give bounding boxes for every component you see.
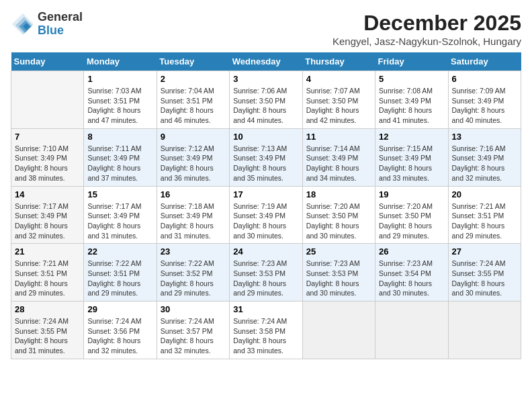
day-info: Sunrise: 7:23 AMSunset: 3:53 PMDaylight:… <box>306 259 371 298</box>
day-number: 8 <box>87 132 152 142</box>
day-number: 28 <box>15 304 80 314</box>
day-info: Sunrise: 7:17 AMSunset: 3:49 PMDaylight:… <box>87 201 152 241</box>
calendar-cell: 8Sunrise: 7:11 AMSunset: 3:49 PMDaylight… <box>84 128 157 186</box>
day-info: Sunrise: 7:17 AMSunset: 3:49 PMDaylight:… <box>15 201 80 241</box>
calendar-cell: 23Sunrise: 7:22 AMSunset: 3:52 PMDayligh… <box>157 244 229 302</box>
calendar-cell: 31Sunrise: 7:24 AMSunset: 3:58 PMDayligh… <box>230 302 302 359</box>
day-number: 29 <box>87 304 152 314</box>
day-number: 20 <box>452 189 517 199</box>
day-number: 13 <box>452 132 517 142</box>
day-number: 17 <box>233 189 298 199</box>
logo-general-text: General <box>38 11 83 24</box>
day-info: Sunrise: 7:11 AMSunset: 3:49 PMDaylight:… <box>87 144 152 183</box>
calendar-cell: 2Sunrise: 7:04 AMSunset: 3:51 PMDaylight… <box>157 71 229 129</box>
header-day-monday: Monday <box>84 52 157 71</box>
day-info: Sunrise: 7:07 AMSunset: 3:50 PMDaylight:… <box>306 86 371 126</box>
calendar-table: SundayMondayTuesdayWednesdayThursdayFrid… <box>11 52 521 359</box>
header-day-tuesday: Tuesday <box>157 52 229 71</box>
day-number: 27 <box>452 246 517 257</box>
day-number: 1 <box>87 74 152 84</box>
calendar-cell: 14Sunrise: 7:17 AMSunset: 3:49 PMDayligh… <box>11 186 84 244</box>
calendar-cell: 19Sunrise: 7:20 AMSunset: 3:50 PMDayligh… <box>375 186 448 244</box>
day-number: 5 <box>379 74 444 84</box>
day-info: Sunrise: 7:12 AMSunset: 3:49 PMDaylight:… <box>161 144 226 183</box>
calendar-cell: 3Sunrise: 7:06 AMSunset: 3:50 PMDaylight… <box>230 71 302 129</box>
calendar-week-4: 21Sunrise: 7:21 AMSunset: 3:51 PMDayligh… <box>11 244 521 302</box>
calendar-cell: 6Sunrise: 7:09 AMSunset: 3:49 PMDaylight… <box>448 71 521 129</box>
header-day-thursday: Thursday <box>302 52 375 71</box>
calendar-cell: 28Sunrise: 7:24 AMSunset: 3:55 PMDayligh… <box>11 302 84 359</box>
calendar-week-5: 28Sunrise: 7:24 AMSunset: 3:55 PMDayligh… <box>11 302 521 359</box>
day-info: Sunrise: 7:22 AMSunset: 3:51 PMDaylight:… <box>87 259 152 298</box>
title-area: December 2025 Kengyel, Jasz-Nagykun-Szol… <box>332 11 521 47</box>
day-number: 4 <box>306 74 371 84</box>
day-number: 24 <box>233 246 298 257</box>
calendar-cell: 13Sunrise: 7:16 AMSunset: 3:49 PMDayligh… <box>448 128 521 186</box>
day-info: Sunrise: 7:20 AMSunset: 3:50 PMDaylight:… <box>306 201 371 241</box>
header-day-wednesday: Wednesday <box>230 52 302 71</box>
calendar-cell: 11Sunrise: 7:14 AMSunset: 3:49 PMDayligh… <box>302 128 375 186</box>
calendar-cell <box>375 302 448 359</box>
day-info: Sunrise: 7:14 AMSunset: 3:49 PMDaylight:… <box>306 144 371 183</box>
calendar-cell <box>302 302 375 359</box>
day-info: Sunrise: 7:08 AMSunset: 3:49 PMDaylight:… <box>379 86 444 126</box>
header-day-saturday: Saturday <box>448 52 521 71</box>
day-number: 10 <box>233 132 298 142</box>
day-info: Sunrise: 7:21 AMSunset: 3:51 PMDaylight:… <box>15 259 80 298</box>
calendar-cell <box>11 71 84 129</box>
day-number: 26 <box>379 246 444 257</box>
calendar-cell: 10Sunrise: 7:13 AMSunset: 3:49 PMDayligh… <box>230 128 302 186</box>
day-info: Sunrise: 7:18 AMSunset: 3:49 PMDaylight:… <box>161 201 226 241</box>
day-info: Sunrise: 7:10 AMSunset: 3:49 PMDaylight:… <box>15 144 80 183</box>
calendar-cell: 20Sunrise: 7:21 AMSunset: 3:51 PMDayligh… <box>448 186 521 244</box>
day-number: 3 <box>233 74 298 84</box>
calendar-cell: 9Sunrise: 7:12 AMSunset: 3:49 PMDaylight… <box>157 128 229 186</box>
day-number: 9 <box>161 132 226 142</box>
day-number: 7 <box>15 132 80 142</box>
logo-blue-text: Blue <box>38 24 83 38</box>
calendar-week-2: 7Sunrise: 7:10 AMSunset: 3:49 PMDaylight… <box>11 128 521 186</box>
calendar-cell: 18Sunrise: 7:20 AMSunset: 3:50 PMDayligh… <box>302 186 375 244</box>
logo: General Blue <box>11 11 83 38</box>
calendar-cell: 24Sunrise: 7:23 AMSunset: 3:53 PMDayligh… <box>230 244 302 302</box>
day-info: Sunrise: 7:16 AMSunset: 3:49 PMDaylight:… <box>452 144 517 183</box>
day-number: 30 <box>161 304 226 314</box>
day-number: 25 <box>306 246 371 257</box>
day-info: Sunrise: 7:03 AMSunset: 3:51 PMDaylight:… <box>87 86 152 126</box>
day-info: Sunrise: 7:06 AMSunset: 3:50 PMDaylight:… <box>233 86 298 126</box>
calendar-cell: 15Sunrise: 7:17 AMSunset: 3:49 PMDayligh… <box>84 186 157 244</box>
day-number: 15 <box>87 189 152 199</box>
day-info: Sunrise: 7:24 AMSunset: 3:57 PMDaylight:… <box>161 316 226 356</box>
day-info: Sunrise: 7:04 AMSunset: 3:51 PMDaylight:… <box>161 86 226 126</box>
day-number: 12 <box>379 132 444 142</box>
day-info: Sunrise: 7:24 AMSunset: 3:55 PMDaylight:… <box>452 259 517 298</box>
day-info: Sunrise: 7:23 AMSunset: 3:53 PMDaylight:… <box>233 259 298 298</box>
day-info: Sunrise: 7:24 AMSunset: 3:55 PMDaylight:… <box>15 316 80 356</box>
calendar-cell: 1Sunrise: 7:03 AMSunset: 3:51 PMDaylight… <box>84 71 157 129</box>
calendar-header-row: SundayMondayTuesdayWednesdayThursdayFrid… <box>11 52 521 71</box>
day-number: 19 <box>379 189 444 199</box>
calendar-cell: 4Sunrise: 7:07 AMSunset: 3:50 PMDaylight… <box>302 71 375 129</box>
header-day-friday: Friday <box>375 52 448 71</box>
calendar-cell <box>448 302 521 359</box>
calendar-cell: 30Sunrise: 7:24 AMSunset: 3:57 PMDayligh… <box>157 302 229 359</box>
calendar-cell: 16Sunrise: 7:18 AMSunset: 3:49 PMDayligh… <box>157 186 229 244</box>
calendar-cell: 21Sunrise: 7:21 AMSunset: 3:51 PMDayligh… <box>11 244 84 302</box>
calendar-week-3: 14Sunrise: 7:17 AMSunset: 3:49 PMDayligh… <box>11 186 521 244</box>
day-number: 14 <box>15 189 80 199</box>
subtitle: Kengyel, Jasz-Nagykun-Szolnok, Hungary <box>332 36 521 47</box>
calendar-cell: 5Sunrise: 7:08 AMSunset: 3:49 PMDaylight… <box>375 71 448 129</box>
calendar-cell: 22Sunrise: 7:22 AMSunset: 3:51 PMDayligh… <box>84 244 157 302</box>
calendar-cell: 25Sunrise: 7:23 AMSunset: 3:53 PMDayligh… <box>302 244 375 302</box>
day-info: Sunrise: 7:15 AMSunset: 3:49 PMDaylight:… <box>379 144 444 183</box>
day-number: 18 <box>306 189 371 199</box>
day-info: Sunrise: 7:21 AMSunset: 3:51 PMDaylight:… <box>452 201 517 241</box>
day-info: Sunrise: 7:09 AMSunset: 3:49 PMDaylight:… <box>452 86 517 126</box>
day-info: Sunrise: 7:24 AMSunset: 3:56 PMDaylight:… <box>87 316 152 356</box>
day-number: 2 <box>161 74 226 84</box>
calendar-cell: 27Sunrise: 7:24 AMSunset: 3:55 PMDayligh… <box>448 244 521 302</box>
main-title: December 2025 <box>332 11 521 36</box>
calendar-cell: 29Sunrise: 7:24 AMSunset: 3:56 PMDayligh… <box>84 302 157 359</box>
day-info: Sunrise: 7:22 AMSunset: 3:52 PMDaylight:… <box>161 259 226 298</box>
day-info: Sunrise: 7:20 AMSunset: 3:50 PMDaylight:… <box>379 201 444 241</box>
